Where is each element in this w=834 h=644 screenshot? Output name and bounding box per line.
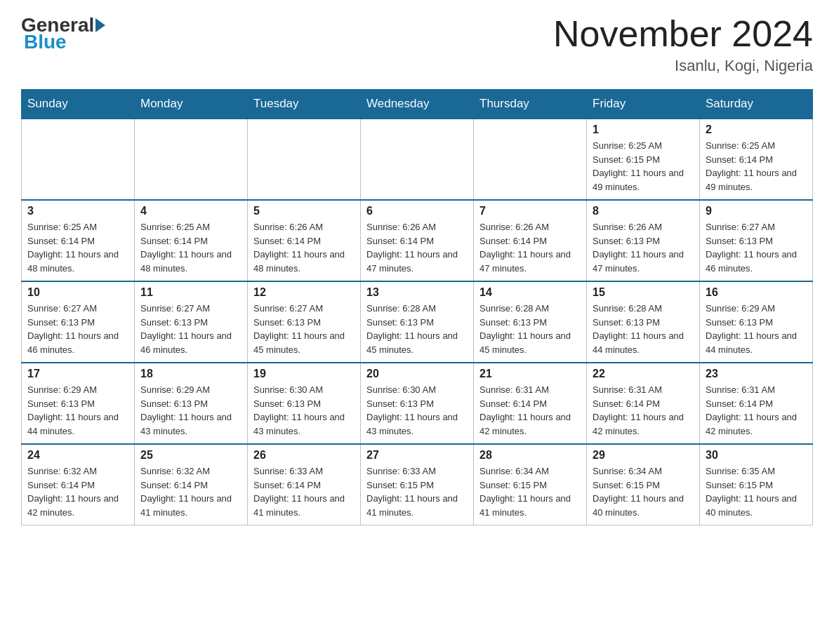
- calendar-subtitle: Isanlu, Kogi, Nigeria: [553, 57, 813, 75]
- day-info: Sunrise: 6:34 AMSunset: 6:15 PMDaylight:…: [593, 464, 694, 519]
- day-number: 20: [366, 368, 468, 380]
- day-number: 9: [706, 205, 807, 217]
- day-number: 19: [253, 368, 355, 380]
- cell-week4-day3: 20Sunrise: 6:30 AMSunset: 6:13 PMDayligh…: [361, 363, 474, 444]
- day-number: 15: [593, 286, 694, 299]
- header-wednesday: Wednesday: [361, 90, 474, 119]
- day-number: 13: [366, 286, 468, 299]
- day-number: 2: [706, 123, 807, 136]
- day-info: Sunrise: 6:28 AMSunset: 6:13 PMDaylight:…: [366, 302, 468, 356]
- cell-week1-day1: [135, 119, 248, 200]
- day-number: 25: [140, 449, 241, 462]
- logo: General Blue: [21, 14, 107, 53]
- day-info: Sunrise: 6:34 AMSunset: 6:15 PMDaylight:…: [479, 464, 581, 519]
- cell-week1-day4: [474, 119, 587, 200]
- day-info: Sunrise: 6:27 AMSunset: 6:13 PMDaylight:…: [140, 302, 241, 356]
- cell-week3-day0: 10Sunrise: 6:27 AMSunset: 6:13 PMDayligh…: [22, 281, 135, 363]
- day-info: Sunrise: 6:33 AMSunset: 6:14 PMDaylight:…: [253, 464, 355, 519]
- cell-week2-day6: 9Sunrise: 6:27 AMSunset: 6:13 PMDaylight…: [700, 200, 813, 281]
- cell-week1-day6: 2Sunrise: 6:25 AMSunset: 6:14 PMDaylight…: [700, 119, 813, 200]
- cell-week4-day0: 17Sunrise: 6:29 AMSunset: 6:13 PMDayligh…: [22, 363, 135, 444]
- header: General Blue November 2024 Isanlu, Kogi,…: [21, 14, 813, 75]
- cell-week4-day2: 19Sunrise: 6:30 AMSunset: 6:13 PMDayligh…: [248, 363, 361, 444]
- day-info: Sunrise: 6:32 AMSunset: 6:14 PMDaylight:…: [140, 464, 241, 519]
- day-info: Sunrise: 6:30 AMSunset: 6:13 PMDaylight:…: [366, 383, 468, 438]
- day-number: 6: [366, 205, 468, 217]
- day-number: 12: [253, 286, 355, 299]
- week-row-4: 17Sunrise: 6:29 AMSunset: 6:13 PMDayligh…: [22, 363, 813, 444]
- day-info: Sunrise: 6:31 AMSunset: 6:14 PMDaylight:…: [479, 383, 581, 438]
- header-saturday: Saturday: [700, 90, 813, 119]
- day-info: Sunrise: 6:32 AMSunset: 6:14 PMDaylight:…: [27, 464, 128, 519]
- day-info: Sunrise: 6:27 AMSunset: 6:13 PMDaylight:…: [253, 302, 355, 356]
- calendar-table: Sunday Monday Tuesday Wednesday Thursday…: [21, 89, 813, 525]
- day-number: 29: [593, 449, 694, 462]
- cell-week3-day2: 12Sunrise: 6:27 AMSunset: 6:13 PMDayligh…: [248, 281, 361, 363]
- title-area: November 2024 Isanlu, Kogi, Nigeria: [553, 14, 813, 75]
- day-info: Sunrise: 6:25 AMSunset: 6:14 PMDaylight:…: [706, 139, 807, 194]
- header-thursday: Thursday: [474, 90, 587, 119]
- cell-week3-day1: 11Sunrise: 6:27 AMSunset: 6:13 PMDayligh…: [135, 281, 248, 363]
- day-info: Sunrise: 6:29 AMSunset: 6:13 PMDaylight:…: [27, 383, 128, 438]
- day-info: Sunrise: 6:27 AMSunset: 6:13 PMDaylight:…: [27, 302, 128, 356]
- day-info: Sunrise: 6:27 AMSunset: 6:13 PMDaylight:…: [706, 220, 807, 275]
- cell-week4-day1: 18Sunrise: 6:29 AMSunset: 6:13 PMDayligh…: [135, 363, 248, 444]
- day-number: 8: [593, 205, 694, 217]
- day-number: 1: [593, 123, 694, 136]
- day-info: Sunrise: 6:26 AMSunset: 6:14 PMDaylight:…: [366, 220, 468, 275]
- cell-week2-day4: 7Sunrise: 6:26 AMSunset: 6:14 PMDaylight…: [474, 200, 587, 281]
- day-number: 5: [253, 205, 355, 217]
- cell-week2-day5: 8Sunrise: 6:26 AMSunset: 6:13 PMDaylight…: [587, 200, 700, 281]
- day-number: 22: [593, 368, 694, 380]
- day-info: Sunrise: 6:25 AMSunset: 6:14 PMDaylight:…: [27, 220, 128, 275]
- cell-week1-day0: [22, 119, 135, 200]
- cell-week2-day2: 5Sunrise: 6:26 AMSunset: 6:14 PMDaylight…: [248, 200, 361, 281]
- day-number: 10: [27, 286, 128, 299]
- cell-week5-day5: 29Sunrise: 6:34 AMSunset: 6:15 PMDayligh…: [587, 444, 700, 525]
- day-number: 30: [706, 449, 807, 462]
- cell-week5-day3: 27Sunrise: 6:33 AMSunset: 6:15 PMDayligh…: [361, 444, 474, 525]
- header-friday: Friday: [587, 90, 700, 119]
- day-info: Sunrise: 6:31 AMSunset: 6:14 PMDaylight:…: [706, 383, 807, 438]
- cell-week3-day5: 15Sunrise: 6:28 AMSunset: 6:13 PMDayligh…: [587, 281, 700, 363]
- day-number: 7: [479, 205, 581, 217]
- day-info: Sunrise: 6:26 AMSunset: 6:13 PMDaylight:…: [593, 220, 694, 275]
- cell-week5-day6: 30Sunrise: 6:35 AMSunset: 6:15 PMDayligh…: [700, 444, 813, 525]
- cell-week2-day3: 6Sunrise: 6:26 AMSunset: 6:14 PMDaylight…: [361, 200, 474, 281]
- week-row-5: 24Sunrise: 6:32 AMSunset: 6:14 PMDayligh…: [22, 444, 813, 525]
- day-number: 11: [140, 286, 241, 299]
- day-number: 23: [706, 368, 807, 380]
- header-monday: Monday: [135, 90, 248, 119]
- day-number: 17: [27, 368, 128, 380]
- day-number: 16: [706, 286, 807, 299]
- week-row-3: 10Sunrise: 6:27 AMSunset: 6:13 PMDayligh…: [22, 281, 813, 363]
- header-sunday: Sunday: [22, 90, 135, 119]
- day-number: 28: [479, 449, 581, 462]
- day-number: 4: [140, 205, 241, 217]
- cell-week5-day4: 28Sunrise: 6:34 AMSunset: 6:15 PMDayligh…: [474, 444, 587, 525]
- header-tuesday: Tuesday: [248, 90, 361, 119]
- day-info: Sunrise: 6:33 AMSunset: 6:15 PMDaylight:…: [366, 464, 468, 519]
- day-info: Sunrise: 6:25 AMSunset: 6:14 PMDaylight:…: [140, 220, 241, 275]
- cell-week3-day4: 14Sunrise: 6:28 AMSunset: 6:13 PMDayligh…: [474, 281, 587, 363]
- day-info: Sunrise: 6:28 AMSunset: 6:13 PMDaylight:…: [479, 302, 581, 356]
- day-info: Sunrise: 6:26 AMSunset: 6:14 PMDaylight:…: [253, 220, 355, 275]
- day-info: Sunrise: 6:29 AMSunset: 6:13 PMDaylight:…: [706, 302, 807, 356]
- logo-blue-text: Blue: [24, 31, 67, 53]
- day-info: Sunrise: 6:29 AMSunset: 6:13 PMDaylight:…: [140, 383, 241, 438]
- day-info: Sunrise: 6:30 AMSunset: 6:13 PMDaylight:…: [253, 383, 355, 438]
- logo-arrow-icon: [95, 18, 105, 32]
- cell-week5-day1: 25Sunrise: 6:32 AMSunset: 6:14 PMDayligh…: [135, 444, 248, 525]
- week-row-2: 3Sunrise: 6:25 AMSunset: 6:14 PMDaylight…: [22, 200, 813, 281]
- cell-week1-day2: [248, 119, 361, 200]
- day-number: 18: [140, 368, 241, 380]
- day-number: 27: [366, 449, 468, 462]
- day-number: 24: [27, 449, 128, 462]
- day-info: Sunrise: 6:25 AMSunset: 6:15 PMDaylight:…: [593, 139, 694, 194]
- cell-week5-day2: 26Sunrise: 6:33 AMSunset: 6:14 PMDayligh…: [248, 444, 361, 525]
- week-row-1: 1Sunrise: 6:25 AMSunset: 6:15 PMDaylight…: [22, 119, 813, 200]
- day-info: Sunrise: 6:26 AMSunset: 6:14 PMDaylight:…: [479, 220, 581, 275]
- cell-week4-day6: 23Sunrise: 6:31 AMSunset: 6:14 PMDayligh…: [700, 363, 813, 444]
- cell-week5-day0: 24Sunrise: 6:32 AMSunset: 6:14 PMDayligh…: [22, 444, 135, 525]
- day-info: Sunrise: 6:28 AMSunset: 6:13 PMDaylight:…: [593, 302, 694, 356]
